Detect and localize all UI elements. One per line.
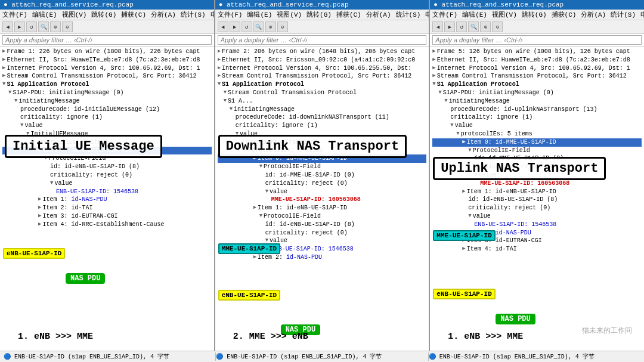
menu-stats-2[interactable]: 统计(S): [396, 10, 421, 19]
toolbar-btn-fwd-2[interactable]: ▶: [230, 21, 240, 32]
window-title-2: attach_req_and_service_req.pcap: [227, 1, 349, 8]
tree-mme-id-2: MME-UE-S1AP-ID: 160563068: [218, 196, 427, 204]
menu-capture-1[interactable]: 捕获(C): [121, 10, 146, 19]
tree-mme-id-3: MME-UE-S1AP-ID: 160563068: [432, 180, 642, 188]
tree-item1-1[interactable]: ▶Item 1: id-NAS-PDU: [2, 196, 212, 204]
tree-value-3: ▼value: [432, 122, 642, 130]
toolbar-btn-back-1[interactable]: ◀: [2, 21, 13, 32]
menu-capture-2[interactable]: 捕获(C): [336, 10, 361, 19]
toolbar-btn-search-3[interactable]: 🔍: [468, 21, 479, 32]
tree-reject-3: criticality: reject (0): [432, 163, 642, 171]
tree-id-mme-3: id: id-MME-UE-S1AP-ID (0): [432, 154, 642, 163]
menu-file-3[interactable]: 文件(F): [432, 10, 457, 19]
tree-val3-3: ▼value: [432, 212, 642, 221]
toolbar-btn-back-2[interactable]: ◀: [218, 21, 228, 32]
tree-item2-1[interactable]: ▶Item 2: id-TAI: [2, 204, 212, 212]
toolbar-btn-zoomin-2[interactable]: ⊕: [265, 21, 276, 32]
toolbar-btn-reload-3[interactable]: ↺: [456, 21, 467, 32]
watermark: 猫未来的工作间: [582, 326, 632, 336]
title-bar-1: ● attach_req_and_service_req.pcap: [0, 0, 214, 10]
toolbar-btn-search-2[interactable]: 🔍: [253, 21, 264, 32]
toolbar-btn-fwd-3[interactable]: ▶: [444, 21, 455, 32]
toolbar-btn-zoomin-1[interactable]: ⊕: [50, 21, 61, 32]
tree-val2-3: ▼value: [432, 171, 642, 180]
tree-id-mme-2: id: id-MME-UE-S1AP-ID (0): [218, 171, 427, 180]
filter-input-3[interactable]: [432, 35, 642, 45]
tree-item1-2[interactable]: ▶Item 1: id-eNB-UE-S1AP-ID: [218, 204, 427, 212]
status-text-2: ENB-UE-S1AP-ID (s1ap ENB_UE_S1AP_ID), 4 …: [227, 354, 382, 360]
menu-phone-2[interactable]: 电话(U): [425, 10, 430, 19]
menu-phone-3[interactable]: 电话(U): [640, 10, 644, 19]
tree-item3-3[interactable]: ▶Item 3: id-EUTRAN-CGI: [432, 237, 642, 245]
tree-value-2: ▼value: [218, 130, 427, 138]
tree-item2-2[interactable]: ▶Item 2: id-NAS-PDU: [218, 253, 427, 262]
window-title-1: attach_req_and_service_req.pcap: [11, 1, 134, 8]
menu-file-2[interactable]: 文件(F): [218, 10, 243, 19]
tree-enb-id-1: ENB-UE-S1AP-ID: 1546538: [2, 188, 212, 196]
tree-id-enb-2: id: id-eNB-UE-S1AP-ID (8): [218, 221, 427, 229]
menu-edit-2[interactable]: 编辑(E): [247, 10, 272, 19]
menu-bar-2: 文件(F) 编辑(E) 视图(V) 跳转(G) 捕获(C) 分析(A) 统计(S…: [215, 10, 429, 20]
tree-frame-3: ▶Frame 5: 126 bytes on wire (1008 bits),…: [432, 48, 642, 56]
tree-frame-2: ▶Frame 2: 206 bytes on wire (1648 bits),…: [218, 48, 427, 56]
toolbar-btn-zoomout-2[interactable]: ⊖: [277, 21, 288, 32]
tree-field-1: ▼ProtocolIE-Field: [2, 154, 212, 163]
enb-label-2: eNB-UE-S1AP-ID: [218, 290, 280, 301]
tree-item0-2[interactable]: ▶Item 0: id-MME-UE-S1AP-ID: [218, 154, 427, 163]
tree-ip-3: ▶Internet Protocol Version 4, Src: 100.6…: [432, 64, 642, 73]
menu-view-2[interactable]: 视图(V): [277, 10, 302, 19]
toolbar-btn-zoomout-1[interactable]: ⊖: [62, 21, 73, 32]
menu-go-3[interactable]: 跳转(G): [522, 10, 547, 19]
enb-label-3: eNB-UE-S1AP-ID: [433, 289, 495, 299]
menu-bar-1: 文件(F) 编辑(E) 视图(V) 跳转(G) 捕获(C) 分析(A) 统计(S…: [0, 10, 214, 20]
tree-sctp-2: ▶Stream Control Transmission Protocol, S…: [218, 72, 427, 81]
tree-field2-2: ▼ProtocolIE-Field: [218, 212, 427, 221]
menu-go-2[interactable]: 跳转(G): [306, 10, 332, 19]
tree-item4-3[interactable]: ▶Item 4: id-TAI: [432, 245, 642, 253]
tree-item0-1[interactable]: ▶Item 0: id-eNB-UE-S1AP-ID: [2, 147, 212, 155]
tree-s1ap-3: ▼S1 Application Protocol: [432, 81, 642, 89]
menu-file-1[interactable]: 文件(F): [2, 10, 27, 19]
menu-view-1[interactable]: 视图(V): [62, 10, 87, 19]
toolbar-btn-search-1[interactable]: 🔍: [38, 21, 49, 32]
menu-edit-3[interactable]: 编辑(E): [462, 10, 487, 19]
tree-initm-3: ▼initiatingMessage: [432, 97, 642, 106]
menu-capture-3[interactable]: 捕获(C): [552, 10, 577, 19]
nas-badge-1: NAS PDU: [66, 273, 105, 284]
tree-s1ap-2: ▼S1 Application Protocol: [218, 81, 427, 89]
tree-proto-ies-2: ▼protocolIEs: 3 items: [218, 147, 427, 155]
tree-item0-3[interactable]: ▶Item 0: id-MME-UE-S1AP-ID: [432, 138, 642, 147]
toolbar-btn-reload-2[interactable]: ↺: [242, 21, 252, 32]
status-section-3: 🔵 ENB-UE-S1AP-ID (s1ap ENB_UE_S1AP_ID), …: [429, 352, 640, 361]
tree-item4-1[interactable]: ▶Item 4: id-RRC-Establishment-Cause: [2, 221, 212, 229]
menu-stats-3[interactable]: 统计(S): [611, 10, 636, 19]
tree-item1-3[interactable]: ▶Item 1: id-eNB-UE-S1AP-ID: [432, 188, 642, 196]
toolbar-btn-zoomout-3[interactable]: ⊖: [492, 21, 503, 32]
tree-item3-1[interactable]: ▶Item 3: id-EUTRAN-CGI: [2, 212, 212, 221]
menu-phone-1[interactable]: 电话(U): [210, 10, 215, 19]
filter-input-2[interactable]: [218, 35, 427, 45]
filter-input-1[interactable]: [2, 35, 212, 45]
menu-view-3[interactable]: 视图(V): [492, 10, 517, 19]
toolbar-btn-zoomin-3[interactable]: ⊕: [480, 21, 491, 32]
tree-pdu-1: ▼S1AP-PDU: initiatingMessage (0): [2, 89, 212, 97]
filter-bar-2: [215, 34, 429, 47]
tree-reject2-2: criticality: reject (0): [218, 229, 427, 237]
tree-eth-3: ▶Ethernet II, Src: HuaweITe_eb:e7:d8 (7c…: [432, 56, 642, 64]
menu-analyze-1[interactable]: 分析(A): [151, 10, 176, 19]
footer-label-1: 1. eNB >>> MME: [18, 332, 93, 342]
nas-badge-3: NAS PDU: [496, 314, 535, 324]
filter-bar-3: [430, 34, 644, 47]
footer-label-2: 2. MME >>> eNB: [233, 332, 308, 342]
menu-stats-1[interactable]: 统计(S): [181, 10, 206, 19]
tree-proc-2: procedureCode: id-downlinkNASTransport (…: [218, 113, 427, 122]
toolbar-btn-back-3[interactable]: ◀: [432, 21, 443, 32]
toolbar-btn-reload-1[interactable]: ↺: [26, 21, 37, 32]
menu-analyze-2[interactable]: 分析(A): [366, 10, 391, 19]
tree-id-1: id: id-eNB-UE-S1AP-ID (8): [2, 163, 212, 171]
menu-go-1[interactable]: 跳转(G): [91, 10, 116, 19]
menu-edit-1[interactable]: 编辑(E): [32, 10, 57, 19]
menu-analyze-3[interactable]: 分析(A): [581, 10, 606, 19]
toolbar-btn-fwd-1[interactable]: ▶: [14, 21, 25, 32]
tree-item2-3[interactable]: ▶Item 2: id-NAS-PDU: [432, 229, 642, 237]
